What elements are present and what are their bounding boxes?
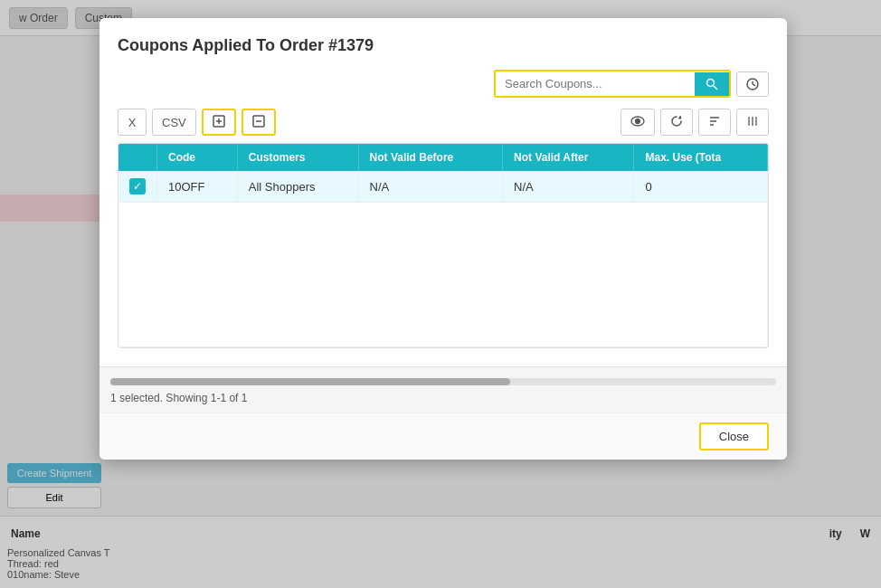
checkbox-checked-icon: ✓ [129,178,146,194]
clock-button[interactable] [736,71,769,97]
toolbar-row: X CSV [118,109,769,136]
search-row [118,70,769,98]
row-checkbox[interactable]: ✓ [118,171,157,203]
toolbar-right [620,109,769,136]
svg-point-0 [707,79,715,86]
minus-button[interactable] [242,109,276,136]
columns-icon [746,115,759,130]
status-text: 1 selected. Showing 1-1 of 1 [110,392,247,404]
eye-icon [630,116,645,129]
modal-dialog: Coupons Applied To Order #1379 [99,18,787,460]
row-customers: All Shoppers [237,171,358,203]
minus-icon [252,115,265,130]
col-not-valid-after: Not Valid After [503,144,634,171]
search-icon [706,78,718,90]
add-icon [213,115,225,130]
empty-space [118,203,768,347]
csv-button[interactable]: CSV [152,109,196,136]
coupons-table: Code Customers Not Valid Before Not Vali… [118,143,769,348]
clock-icon [746,78,759,90]
sort-button[interactable] [698,109,731,136]
row-not-valid-before: N/A [358,171,503,203]
toolbar-left: X CSV [118,109,276,136]
table-row[interactable]: ✓ 10OFF All Shoppers N/A N/A 0 [118,171,768,203]
refresh-button[interactable] [660,109,693,136]
refresh-icon [670,115,683,130]
horizontal-scrollbar[interactable] [110,378,776,385]
svg-point-11 [636,119,640,123]
status-bar: 1 selected. Showing 1-1 of 1 [99,366,787,413]
search-box-wrapper [494,70,731,98]
col-code: Code [157,144,238,171]
scrollbar-thumb [110,378,510,385]
svg-line-4 [753,84,755,86]
columns-button[interactable] [736,109,769,136]
row-max-use: 0 [634,171,768,203]
table-header-row: Code Customers Not Valid Before Not Vali… [118,144,768,171]
svg-line-1 [714,86,717,90]
add-button[interactable] [202,109,236,136]
row-not-valid-after: N/A [503,171,634,203]
col-not-valid-before: Not Valid Before [358,144,503,171]
search-input[interactable] [496,71,695,96]
col-checkbox [118,144,157,171]
close-dialog-button[interactable]: Close [699,422,769,450]
sort-icon [708,115,721,130]
col-customers: Customers [237,144,358,171]
modal-title: Coupons Applied To Order #1379 [118,36,769,55]
row-code: 10OFF [157,171,238,203]
close-button[interactable]: X [118,109,147,136]
table-empty-row [118,203,768,347]
col-max-use: Max. Use (Tota [634,144,768,171]
eye-button[interactable] [620,109,655,136]
search-button[interactable] [695,72,729,96]
modal-footer: Close [99,413,787,460]
